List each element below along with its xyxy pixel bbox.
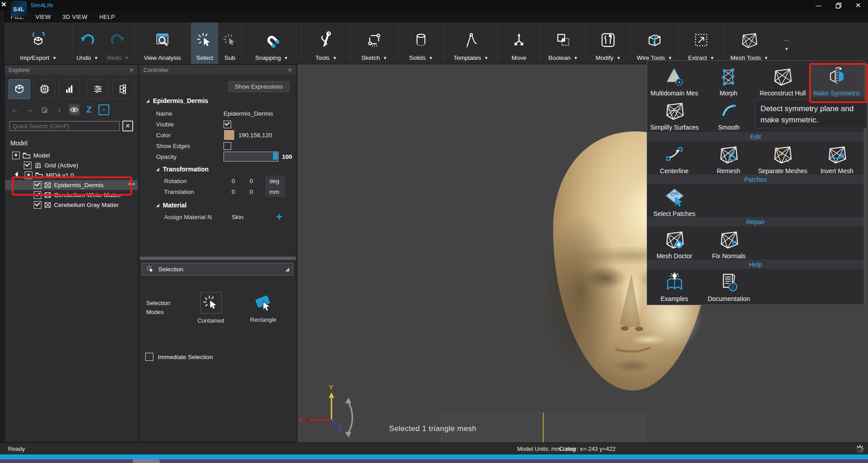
select-button[interactable]: Select — [191, 22, 218, 64]
translation-x[interactable]: 0 — [232, 189, 250, 195]
home-icon[interactable] — [39, 104, 50, 115]
close-button[interactable]: ✕ — [848, 0, 868, 11]
checkbox-checked[interactable] — [24, 162, 31, 169]
flyout-item-make-symmetric[interactable]: Make Symmetric — [810, 63, 864, 98]
hierarchy-view-button[interactable] — [112, 79, 134, 99]
material-section-header[interactable]: ◢ Material — [156, 202, 291, 209]
show-edges-checkbox[interactable] — [224, 142, 231, 150]
flyout-item-centerline[interactable]: Centerline — [647, 142, 702, 175]
panel-splitter[interactable] — [140, 256, 296, 261]
templates-button[interactable]: Templates▼ — [444, 22, 497, 64]
dropdown-arrow-icon[interactable]: ▼ — [574, 56, 578, 60]
dropdown-arrow-icon[interactable]: ▼ — [764, 56, 768, 60]
checkbox-checked[interactable] — [34, 181, 41, 189]
transformation-section-header[interactable]: ◢ Transformation — [156, 166, 291, 173]
expander-icon[interactable] — [15, 171, 21, 177]
restore-button[interactable] — [828, 0, 848, 11]
menu-help[interactable]: HELP — [99, 13, 115, 20]
dropdown-arrow-icon[interactable]: ▼ — [53, 56, 57, 60]
tree-row-epidermis-dermis[interactable]: Epidermis_Dermis — [5, 180, 138, 190]
tools-button[interactable]: Tools▼ — [302, 22, 350, 64]
redo-button[interactable]: Redo▼ — [102, 22, 134, 64]
extract-button[interactable]: Extract▼ — [679, 22, 724, 64]
wire-tools-button[interactable]: Wire Tools▼ — [631, 22, 678, 64]
solids-button[interactable]: Solids▼ — [398, 22, 444, 64]
menu-3d-view[interactable]: 3D VIEW — [63, 13, 88, 20]
collapse-all-icon[interactable]: − — [98, 104, 109, 115]
minimize-button[interactable]: — — [809, 0, 828, 11]
dropdown-arrow-icon[interactable]: ▼ — [668, 56, 672, 60]
translation-y[interactable]: 0 — [250, 189, 268, 195]
filter-settings-button[interactable] — [87, 79, 109, 99]
dropdown-arrow-icon[interactable]: ▼ — [383, 56, 387, 60]
import-export-button[interactable]: Imp/Export▼ — [4, 22, 72, 64]
controller-close-icon[interactable]: ✕ — [287, 67, 292, 73]
dropdown-arrow-icon[interactable]: ▼ — [125, 56, 129, 60]
immediate-selection-row[interactable]: Immediate Selection — [145, 353, 213, 361]
rotation-y[interactable]: 0 — [250, 178, 268, 184]
flyout-item-smooth[interactable]: Smooth — [702, 99, 756, 132]
dropdown-arrow-icon[interactable]: ▼ — [429, 56, 433, 60]
explorer-close-icon[interactable]: ✕ — [129, 67, 134, 73]
mesh-tools-button[interactable]: Mesh Tools▼ — [724, 22, 774, 64]
modify-button[interactable]: Modify▼ — [586, 22, 630, 64]
flyout-item-invert-mesh[interactable]: Invert Mesh — [810, 142, 864, 175]
flyout-item-examples[interactable]: Examples — [647, 270, 702, 303]
opacity-slider[interactable] — [224, 152, 278, 162]
menu-view[interactable]: VIEW — [36, 13, 51, 20]
selection-section-header[interactable]: Selection ◢ — [142, 263, 293, 275]
sort-z-icon[interactable]: Z — [84, 104, 94, 115]
name-value[interactable]: Epidermis_Dermis — [224, 110, 291, 117]
view-analysis-button[interactable]: View Analysis — [134, 22, 191, 64]
flyout-item-reconstruct-hull[interactable]: Reconstruct Hull — [756, 63, 810, 98]
boolean-button[interactable]: Boolean▼ — [541, 22, 586, 64]
tree-row-model[interactable]: Model — [5, 150, 138, 160]
model-view-button[interactable] — [9, 79, 30, 99]
checkbox-checked[interactable] — [34, 201, 41, 209]
snapping-button[interactable]: Snapping▼ — [242, 22, 301, 64]
visibility-eye-icon[interactable] — [69, 104, 80, 115]
forward-icon[interactable]: → — [24, 104, 35, 115]
analysis-view-button[interactable] — [59, 79, 81, 99]
material-value[interactable]: Skin — [232, 214, 291, 220]
dropdown-arrow-icon[interactable]: ▼ — [710, 56, 714, 60]
add-material-button[interactable]: + — [276, 211, 282, 222]
sub-select-button[interactable]: Sub — [218, 22, 242, 64]
flyout-item-remesh[interactable]: Remesh — [702, 142, 756, 175]
rectangle-mode-button[interactable]: Rectangle — [250, 292, 277, 323]
flyout-item-select-patches[interactable]: Select Patches — [647, 185, 702, 218]
dropdown-arrow-icon[interactable]: ▼ — [617, 56, 621, 60]
checkbox-partial[interactable] — [12, 152, 20, 159]
rotation-x[interactable]: 0 — [232, 178, 250, 184]
tree-row-mida[interactable]: MIDA v1.0 — [5, 170, 138, 180]
tree-row-cerebellum-gray[interactable]: Cerebellum Gray Matter — [5, 200, 138, 210]
undo-button[interactable]: Undo▼ — [72, 22, 102, 64]
dropdown-arrow-icon[interactable]: ▼ — [284, 56, 288, 60]
flyout-item-fix-normals[interactable]: Fix Normals — [702, 227, 756, 261]
flyout-item-simplify-surfaces[interactable]: Simplify Surfaces — [647, 99, 702, 132]
back-icon[interactable]: ← — [9, 104, 20, 115]
flyout-item-mesh-doctor[interactable]: Mesh Doctor — [647, 227, 702, 261]
tree-row-cerebellum-white[interactable]: Cerebellum White Matter — [5, 190, 138, 200]
dropdown-arrow-icon[interactable]: ▼ — [94, 56, 98, 60]
immediate-selection-checkbox[interactable] — [145, 353, 153, 361]
tree-row-grid[interactable]: Grid (Active) — [5, 160, 138, 170]
flyout-item-documentation[interactable]: i Documentation — [702, 270, 756, 303]
flyout-item-morph[interactable]: Morph — [702, 63, 756, 98]
checkbox-checked[interactable] — [34, 191, 41, 199]
sketch-button[interactable]: Sketch▼ — [351, 22, 398, 64]
panel-close-icon[interactable]: ✕ — [1, 1, 7, 8]
opacity-slider-handle[interactable] — [273, 153, 277, 160]
move-button[interactable]: Move — [498, 22, 540, 64]
search-clear-icon[interactable]: ✕ — [122, 121, 133, 131]
dropdown-arrow-icon[interactable]: ▼ — [333, 56, 337, 60]
quick-search-input[interactable] — [9, 121, 120, 131]
contained-mode-button[interactable]: Contained — [197, 292, 224, 324]
flyout-item-separate-meshes[interactable]: Separate Meshes — [756, 142, 810, 175]
checkbox-partial[interactable] — [25, 171, 32, 179]
object-section-header[interactable]: ◢ Epidermis_Dermis — [146, 97, 291, 104]
visible-checkbox[interactable] — [224, 121, 231, 128]
dropdown-arrow-icon[interactable]: ▼ — [484, 56, 488, 60]
simulation-view-button[interactable] — [34, 79, 55, 99]
flyout-item-multidomain-mesh[interactable]: Multidomain Mes — [647, 63, 702, 98]
